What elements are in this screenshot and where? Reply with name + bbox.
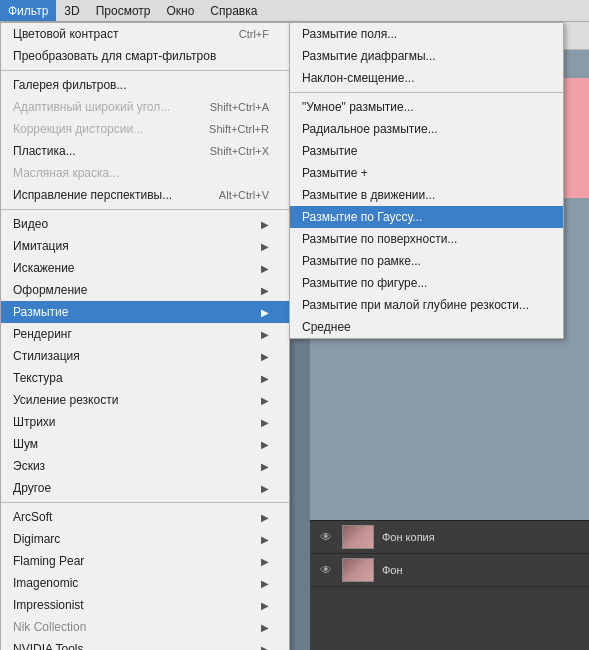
menu-item-noise[interactable]: Шум ▶ bbox=[1, 433, 289, 455]
menu-item-design[interactable]: Оформление ▶ bbox=[1, 279, 289, 301]
menu-item-sharpen[interactable]: Усиление резкости ▶ bbox=[1, 389, 289, 411]
menu-item-arcsoft[interactable]: ArcSoft ▶ bbox=[1, 506, 289, 528]
menu-item-label: "Умное" размытие... bbox=[302, 100, 414, 114]
menu-item-label: Коррекция дисторсии... bbox=[13, 122, 143, 136]
layer-item[interactable]: 👁 Фон копия bbox=[310, 521, 589, 554]
menu-item-blur[interactable]: Размытие ▶ bbox=[1, 301, 289, 323]
menu-item-nik-collection[interactable]: Nik Collection ▶ bbox=[1, 616, 289, 638]
menu-shortcut: Shift+Ctrl+R bbox=[209, 123, 269, 135]
menu-item-label: Наклон-смещение... bbox=[302, 71, 415, 85]
layer-thumbnail bbox=[342, 558, 374, 582]
layer-visibility-icon[interactable]: 👁 bbox=[318, 529, 334, 545]
blur-submenu-item-average[interactable]: Среднее bbox=[290, 316, 563, 338]
submenu-arrow-icon: ▶ bbox=[261, 241, 269, 252]
blur-submenu-item-lens[interactable]: Размытие при малой глубине резкости... bbox=[290, 294, 563, 316]
menu-item-label: Другое bbox=[13, 481, 51, 495]
menu-item-label: Размытие + bbox=[302, 166, 368, 180]
menu-item-texture[interactable]: Текстура ▶ bbox=[1, 367, 289, 389]
menu-shortcut: Shift+Ctrl+X bbox=[210, 145, 269, 157]
menu-item-video[interactable]: Видео ▶ bbox=[1, 213, 289, 235]
blur-submenu-item-field[interactable]: Размытие поля... bbox=[290, 23, 563, 45]
menubar-help[interactable]: Справка bbox=[202, 0, 265, 21]
submenu-arrow-icon: ▶ bbox=[261, 461, 269, 472]
menu-item-label: Пластика... bbox=[13, 144, 76, 158]
blur-submenu-item-box[interactable]: Размытие по рамке... bbox=[290, 250, 563, 272]
menu-item-label: Impressionist bbox=[13, 598, 84, 612]
menu-item-label: Размытие по поверхности... bbox=[302, 232, 457, 246]
menu-item-gallery[interactable]: Галерея фильтров... bbox=[1, 74, 289, 96]
submenu-arrow-icon: ▶ bbox=[261, 307, 269, 318]
blur-submenu-item-iris[interactable]: Размытие диафрагмы... bbox=[290, 45, 563, 67]
menu-item-label: Искажение bbox=[13, 261, 75, 275]
submenu-arrow-icon: ▶ bbox=[261, 556, 269, 567]
menu-item-other[interactable]: Другое ▶ bbox=[1, 477, 289, 499]
menu-item-perspective-correction[interactable]: Исправление перспективы... Alt+Ctrl+V bbox=[1, 184, 289, 206]
menu-item-sketch[interactable]: Эскиз ▶ bbox=[1, 455, 289, 477]
submenu-arrow-icon: ▶ bbox=[261, 644, 269, 651]
menu-item-label: Размытие bbox=[13, 305, 68, 319]
menu-item-nvidia-tools[interactable]: NVIDIA Tools ▶ bbox=[1, 638, 289, 650]
menu-item-distort[interactable]: Искажение ▶ bbox=[1, 257, 289, 279]
menu-item-digimarc[interactable]: Digimarc ▶ bbox=[1, 528, 289, 550]
menu-item-strokes[interactable]: Штрихи ▶ bbox=[1, 411, 289, 433]
menu-item-label: Преобразовать для смарт-фильтров bbox=[13, 49, 216, 63]
menu-item-stylize[interactable]: Стилизация ▶ bbox=[1, 345, 289, 367]
layer-visibility-icon[interactable]: 👁 bbox=[318, 562, 334, 578]
submenu-arrow-icon: ▶ bbox=[261, 263, 269, 274]
menu-item-label: Imagenomic bbox=[13, 576, 78, 590]
blur-submenu-item-smart[interactable]: "Умное" размытие... bbox=[290, 96, 563, 118]
menu-item-render[interactable]: Рендеринг ▶ bbox=[1, 323, 289, 345]
layer-thumb-image bbox=[343, 559, 373, 581]
menu-item-smart-filters[interactable]: Преобразовать для смарт-фильтров bbox=[1, 45, 289, 67]
submenu-arrow-icon: ▶ bbox=[261, 219, 269, 230]
menu-item-label: Радиальное размытие... bbox=[302, 122, 438, 136]
menu-separator bbox=[1, 70, 289, 71]
submenu-arrow-icon: ▶ bbox=[261, 373, 269, 384]
menu-shortcut: Ctrl+F bbox=[239, 28, 269, 40]
menu-item-flaming-pear[interactable]: Flaming Pear ▶ bbox=[1, 550, 289, 572]
blur-submenu-separator bbox=[290, 92, 563, 93]
blur-submenu-item-motion[interactable]: Размытие в движении... bbox=[290, 184, 563, 206]
layer-thumbnail bbox=[342, 525, 374, 549]
menu-item-label: Размытие поля... bbox=[302, 27, 397, 41]
blur-submenu-item-tilt-shift[interactable]: Наклон-смещение... bbox=[290, 67, 563, 89]
menu-item-label: Штрихи bbox=[13, 415, 56, 429]
menubar-3d[interactable]: 3D bbox=[56, 0, 87, 21]
menu-item-label: NVIDIA Tools bbox=[13, 642, 83, 650]
submenu-arrow-icon: ▶ bbox=[261, 395, 269, 406]
submenu-arrow-icon: ▶ bbox=[261, 512, 269, 523]
menubar-filter[interactable]: Фильтр bbox=[0, 0, 56, 21]
menu-item-imitation[interactable]: Имитация ▶ bbox=[1, 235, 289, 257]
submenu-arrow-icon: ▶ bbox=[261, 483, 269, 494]
menubar-view[interactable]: Просмотр bbox=[88, 0, 159, 21]
blur-submenu-item-blur-plus[interactable]: Размытие + bbox=[290, 162, 563, 184]
menu-item-imagenomic[interactable]: Imagenomic ▶ bbox=[1, 572, 289, 594]
blur-submenu-item-shape[interactable]: Размытие по фигуре... bbox=[290, 272, 563, 294]
blur-submenu-item-gaussian[interactable]: Размытие по Гауссу... bbox=[290, 206, 563, 228]
layer-name: Фон копия bbox=[382, 531, 581, 543]
menu-item-label: ArcSoft bbox=[13, 510, 52, 524]
menu-item-label: Имитация bbox=[13, 239, 69, 253]
menu-item-liquify[interactable]: Пластика... Shift+Ctrl+X bbox=[1, 140, 289, 162]
menu-item-label: Размытие в движении... bbox=[302, 188, 435, 202]
menubar-window[interactable]: Окно bbox=[158, 0, 202, 21]
menu-item-label: Размытие при малой глубине резкости... bbox=[302, 298, 529, 312]
menu-item-label: Текстура bbox=[13, 371, 63, 385]
submenu-arrow-icon: ▶ bbox=[261, 351, 269, 362]
filter-dropdown-menu: Цветовой контраст Ctrl+F Преобразовать д… bbox=[0, 22, 290, 650]
menu-item-impressionist[interactable]: Impressionist ▶ bbox=[1, 594, 289, 616]
blur-submenu-item-radial[interactable]: Радиальное размытие... bbox=[290, 118, 563, 140]
blur-submenu-item-surface[interactable]: Размытие по поверхности... bbox=[290, 228, 563, 250]
menu-shortcut: Shift+Ctrl+A bbox=[210, 101, 269, 113]
menu-item-label: Адаптивный широкий угол... bbox=[13, 100, 170, 114]
menu-separator bbox=[1, 209, 289, 210]
menu-item-label: Flaming Pear bbox=[13, 554, 84, 568]
submenu-arrow-icon: ▶ bbox=[261, 329, 269, 340]
menu-item-label: Размытие по фигуре... bbox=[302, 276, 427, 290]
submenu-arrow-icon: ▶ bbox=[261, 439, 269, 450]
menu-item-color-contrast[interactable]: Цветовой контраст Ctrl+F bbox=[1, 23, 289, 45]
menu-item-label: Nik Collection bbox=[13, 620, 86, 634]
layer-item[interactable]: 👁 Фон bbox=[310, 554, 589, 587]
menu-item-label: Галерея фильтров... bbox=[13, 78, 126, 92]
blur-submenu-item-blur[interactable]: Размытие bbox=[290, 140, 563, 162]
